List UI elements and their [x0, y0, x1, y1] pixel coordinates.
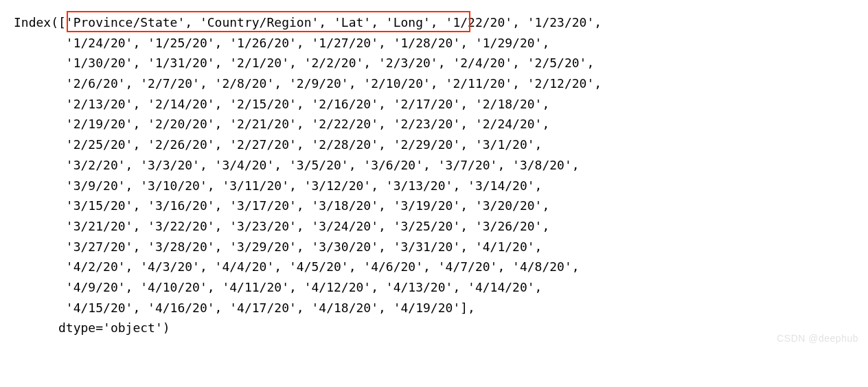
output-line: '4/9/20', '4/10/20', '4/11/20', '4/12/20… — [14, 277, 854, 298]
output-line: '1/24/20', '1/25/20', '1/26/20', '1/27/2… — [14, 33, 854, 54]
pandas-index-output: Index(['Province/State', 'Country/Region… — [14, 12, 854, 338]
output-line: '2/6/20', '2/7/20', '2/8/20', '2/9/20', … — [14, 73, 854, 94]
output-line: '1/30/20', '1/31/20', '2/1/20', '2/2/20'… — [14, 53, 854, 73]
output-line: '3/15/20', '3/16/20', '3/17/20', '3/18/2… — [14, 196, 854, 216]
output-line: '3/21/20', '3/22/20', '3/23/20', '3/24/2… — [14, 216, 854, 237]
output-line: '3/2/20', '3/3/20', '3/4/20', '3/5/20', … — [14, 155, 854, 176]
output-line: '2/25/20', '2/26/20', '2/27/20', '2/28/2… — [14, 134, 854, 155]
output-line: '2/19/20', '2/20/20', '2/21/20', '2/22/2… — [14, 114, 854, 134]
output-line: '4/15/20', '4/16/20', '4/17/20', '4/18/2… — [14, 298, 854, 318]
output-line: '2/13/20', '2/14/20', '2/15/20', '2/16/2… — [14, 94, 854, 115]
output-line: '4/2/20', '4/3/20', '4/4/20', '4/5/20', … — [14, 257, 854, 277]
output-line: '3/27/20', '3/28/20', '3/29/20', '3/30/2… — [14, 237, 854, 257]
output-line: Index(['Province/State', 'Country/Region… — [14, 12, 854, 33]
output-line: '3/9/20', '3/10/20', '3/11/20', '3/12/20… — [14, 176, 854, 196]
output-line: dtype='object') — [14, 318, 854, 338]
watermark-text: CSDN @deephub — [777, 331, 858, 347]
